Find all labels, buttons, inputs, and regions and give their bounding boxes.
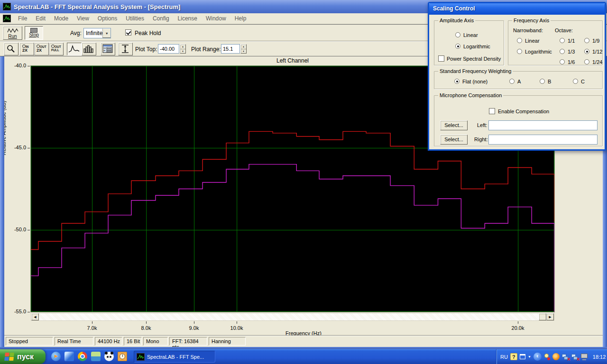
scroll-left-button[interactable]: ◀ bbox=[31, 313, 39, 320]
weighting-flat-radio[interactable] bbox=[454, 79, 460, 84]
scrollbar-thumb[interactable] bbox=[539, 313, 546, 320]
window-restore-icon[interactable] bbox=[520, 354, 525, 359]
weighting-c-radio[interactable] bbox=[573, 79, 578, 84]
taskbar-app-button[interactable]: SpectraLAB - FFT Spe... bbox=[134, 351, 215, 363]
left-compensation-input[interactable] bbox=[488, 120, 598, 130]
child-window-icon[interactable] bbox=[3, 15, 11, 22]
network-offline-2-icon[interactable] bbox=[571, 353, 579, 360]
menu-item-mode[interactable]: Mode bbox=[50, 14, 73, 23]
octave-1-6-radio[interactable] bbox=[560, 59, 565, 64]
plot-top-input[interactable]: -40.00 bbox=[158, 44, 179, 54]
dropdown-arrow-icon[interactable]: ▼ bbox=[528, 355, 531, 358]
menu-item-options[interactable]: Options bbox=[93, 14, 121, 23]
x-tick bbox=[92, 321, 92, 324]
right-compensation-input[interactable] bbox=[488, 135, 598, 145]
menu-item-license[interactable]: License bbox=[174, 14, 202, 23]
zoom-in-2x-button[interactable]: IN2X bbox=[19, 43, 34, 55]
zoom-out-full-button[interactable]: OUTFULL bbox=[49, 43, 64, 55]
hide-icons-chevron[interactable]: ‹ bbox=[533, 353, 542, 361]
panda-icon[interactable] bbox=[104, 352, 114, 361]
narrowband-log-label: Logarithmic bbox=[525, 49, 552, 55]
narrowband-linear-radio[interactable] bbox=[517, 38, 522, 43]
y-tick bbox=[28, 148, 30, 148]
mic-compensation-group: Microphone Compensation Enable Compensat… bbox=[434, 95, 603, 146]
taskbar: пуск ▶ SpectraLAB - FFT Spe... RU ? ▼ bbox=[0, 349, 607, 364]
octave-1-6-label: 1/6 bbox=[568, 59, 575, 65]
media-player-icon[interactable]: ▶ bbox=[51, 352, 61, 361]
status-bar: StoppedReal Time44100 Hz16 BitMonoFFT: 1… bbox=[4, 336, 603, 347]
svg-text:AC: AC bbox=[104, 50, 106, 52]
zoom-out-2x-button[interactable]: OUT2X bbox=[34, 43, 49, 55]
dialog-titlebar[interactable]: Scaling Control bbox=[429, 3, 605, 15]
chrome-icon[interactable] bbox=[78, 352, 87, 361]
left-file-label: Left: bbox=[477, 122, 487, 128]
menu-item-view[interactable]: View bbox=[73, 14, 93, 23]
octave-1-3-radio[interactable] bbox=[560, 49, 565, 54]
stop-button[interactable]: Stop bbox=[25, 26, 43, 40]
narrowband-label: Narrowband: bbox=[513, 27, 543, 33]
menu-item-utilities[interactable]: Utilities bbox=[121, 14, 148, 23]
plot-top-spinner[interactable]: ▲▼ bbox=[180, 44, 186, 54]
menu-item-help[interactable]: Help bbox=[230, 14, 251, 23]
plot-range-input[interactable]: 15.1 bbox=[221, 44, 240, 54]
peak-hold-checkbox[interactable] bbox=[125, 29, 131, 36]
orange-app-icon[interactable] bbox=[552, 353, 560, 360]
menu-item-file[interactable]: File bbox=[14, 14, 31, 23]
start-button-label: пуск bbox=[17, 353, 34, 361]
svg-text:ME: ME bbox=[104, 47, 107, 49]
menu-item-config[interactable]: Config bbox=[148, 14, 174, 23]
trace-current bbox=[31, 164, 554, 312]
octave-1-12-label: 1/12 bbox=[592, 49, 602, 55]
enable-compensation-checkbox[interactable] bbox=[489, 108, 495, 114]
amplitude-linear-radio[interactable] bbox=[455, 32, 460, 37]
display-icon[interactable] bbox=[581, 353, 589, 360]
picture-viewer-icon[interactable] bbox=[91, 352, 101, 361]
horizontal-scrollbar[interactable]: ◀ ▶ bbox=[31, 313, 554, 321]
vertical-scale-button[interactable] bbox=[118, 43, 133, 55]
network-offline-icon[interactable] bbox=[562, 353, 569, 360]
plot-range-spinner[interactable]: ▲▼ bbox=[240, 44, 247, 54]
clock-icon[interactable] bbox=[118, 352, 127, 361]
bars-view-button[interactable] bbox=[82, 43, 96, 55]
spectrum-view-button[interactable] bbox=[67, 43, 82, 55]
zoom-tool-button[interactable] bbox=[4, 43, 18, 55]
start-button[interactable]: пуск bbox=[0, 349, 46, 364]
language-indicator[interactable]: RU bbox=[500, 354, 508, 360]
windows-logo-icon bbox=[4, 353, 15, 361]
messenger-icon[interactable] bbox=[64, 352, 74, 361]
averaging-dropdown[interactable]: Infinite ▼ bbox=[83, 28, 111, 38]
run-button-label: Run bbox=[3, 34, 22, 39]
amplitude-log-radio[interactable] bbox=[455, 44, 460, 49]
octave-label: Octave: bbox=[555, 27, 573, 33]
bar-graph-icon bbox=[83, 45, 94, 53]
select-right-button[interactable]: Select... bbox=[440, 135, 468, 145]
window-title: SpectraLAB - FFT Spectral Analysis Syste… bbox=[14, 3, 180, 10]
select-left-button[interactable]: Select... bbox=[440, 120, 468, 130]
y-tick-label: -40.0 bbox=[14, 63, 26, 68]
octave-1-1-radio[interactable] bbox=[560, 38, 565, 43]
narrowband-log-radio[interactable] bbox=[517, 49, 522, 54]
menu-item-window[interactable]: Window bbox=[202, 14, 230, 23]
chevron-down-icon[interactable]: ▼ bbox=[102, 28, 110, 38]
options-list-icon: MEAC bbox=[102, 44, 113, 54]
octave-1-12-radio[interactable] bbox=[584, 49, 589, 54]
weighting-b-radio[interactable] bbox=[540, 79, 545, 84]
x-tick bbox=[194, 321, 194, 324]
keyboard-help-icon[interactable]: ? bbox=[510, 353, 517, 360]
octave-1-9-radio[interactable] bbox=[584, 38, 589, 43]
amplitude-axis-group: Amplitude Axis Linear Logarithmic Power … bbox=[434, 20, 504, 65]
waveform-icon bbox=[7, 27, 18, 33]
octave-1-1-label: 1/1 bbox=[568, 38, 575, 44]
weighting-a-radio[interactable] bbox=[509, 79, 515, 84]
tray-clock[interactable]: 18:12 bbox=[593, 354, 606, 360]
x-tick bbox=[146, 321, 147, 324]
menu-item-edit[interactable]: Edit bbox=[31, 14, 50, 23]
spinner-down-icon: ▼ bbox=[241, 49, 246, 54]
psd-checkbox[interactable] bbox=[438, 55, 444, 62]
scroll-right-button[interactable]: ▶ bbox=[546, 313, 554, 320]
run-button[interactable]: Run bbox=[3, 26, 22, 40]
scaling-control-dialog: Scaling Control Amplitude Axis Linear Lo… bbox=[428, 2, 606, 151]
key-alert-icon[interactable] bbox=[544, 353, 550, 360]
display-options-button[interactable]: MEAC bbox=[101, 43, 115, 55]
octave-1-24-radio[interactable] bbox=[584, 59, 589, 64]
